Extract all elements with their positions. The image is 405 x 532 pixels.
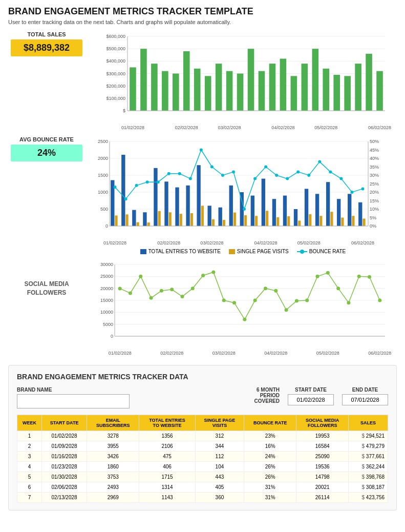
social-chart-area bbox=[89, 259, 397, 357]
table-body: 1 01/02/2028 3278 1356 312 23% 19953 $ 2… bbox=[17, 431, 388, 503]
page-subtitle: User to enter tracking data on the next … bbox=[8, 19, 397, 25]
brand-name-field: BRAND NAME bbox=[17, 387, 130, 408]
th-start-date: START DATE bbox=[41, 415, 87, 431]
table-header-row: WEEK START DATE EMAILSUBSCRIBERS TOTAL E… bbox=[17, 415, 388, 431]
table-row: 7 02/13/2028 2969 1143 360 31% 26114 $ 4… bbox=[17, 493, 388, 503]
bounce-rate-label: AVG BOUNCE RATE bbox=[19, 136, 74, 142]
bounce-chart bbox=[89, 136, 391, 247]
legend-bar-entries bbox=[140, 249, 146, 254]
legend-label-entries: TOTAL ENTRIES TO WEBSITE bbox=[148, 249, 221, 254]
th-bounce-rate: BOUNCE RATE bbox=[244, 415, 296, 431]
start-date-label: START DATE bbox=[295, 387, 327, 393]
period-label: 6 MONTH PERIOD COVERED bbox=[254, 387, 280, 404]
social-media-section: SOCIAL MEDIAFOLLOWERS bbox=[8, 259, 397, 357]
bounce-rate-section: AVG BOUNCE RATE 24% TOTAL ENTRIES TO WEB… bbox=[8, 136, 397, 254]
main-container: BRAND ENGAGEMENT METRICS TRACKER TEMPLAT… bbox=[0, 0, 405, 517]
table-row: 5 01/30/2028 3753 1715 443 26% 14798 $ 3… bbox=[17, 472, 388, 482]
period-info: 6 MONTH PERIOD COVERED START DATE 01/02/… bbox=[254, 387, 388, 405]
social-chart bbox=[89, 259, 391, 357]
bounce-chart-legend: TOTAL ENTRIES TO WEBSITE SINGLE PAGE VIS… bbox=[89, 249, 397, 254]
legend-entries: TOTAL ENTRIES TO WEBSITE bbox=[140, 249, 221, 254]
data-section: BRAND ENGAGEMENT METRICS TRACKER DATA BR… bbox=[8, 365, 397, 510]
end-date-label: END DATE bbox=[352, 387, 378, 393]
form-row: BRAND NAME 6 MONTH PERIOD COVERED START … bbox=[17, 387, 388, 408]
total-sales-section: TOTAL SALES $8,889,382 bbox=[8, 31, 397, 131]
brand-name-label: BRAND NAME bbox=[17, 387, 130, 393]
end-date-group: END DATE 07/01/2028 bbox=[342, 387, 388, 405]
data-table: WEEK START DATE EMAILSUBSCRIBERS TOTAL E… bbox=[17, 415, 388, 503]
bounce-rate-value: 24% bbox=[11, 145, 82, 161]
th-single-page: SINGLE PAGEVISITS bbox=[195, 415, 244, 431]
sales-chart bbox=[89, 31, 391, 131]
th-sales: SALES bbox=[349, 415, 388, 431]
data-section-title: BRAND ENGAGEMENT METRICS TRACKER DATA bbox=[17, 373, 388, 381]
brand-name-input[interactable] bbox=[17, 394, 130, 408]
social-media-metric: SOCIAL MEDIAFOLLOWERS bbox=[8, 259, 85, 297]
start-date-group: START DATE 01/02/2028 bbox=[288, 387, 334, 405]
legend-bar-single bbox=[229, 249, 235, 254]
legend-single: SINGLE PAGE VISITS bbox=[229, 249, 289, 254]
table-row: 1 01/02/2028 3278 1356 312 23% 19953 $ 2… bbox=[17, 431, 388, 441]
social-media-label: SOCIAL MEDIAFOLLOWERS bbox=[24, 280, 69, 297]
start-date-value: 01/02/2028 bbox=[288, 394, 334, 405]
th-email-subs: EMAILSUBSCRIBERS bbox=[87, 415, 139, 431]
bounce-chart-area: TOTAL ENTRIES TO WEBSITE SINGLE PAGE VIS… bbox=[89, 136, 397, 254]
total-sales-metric: TOTAL SALES $8,889,382 bbox=[8, 31, 85, 56]
total-sales-label: TOTAL SALES bbox=[27, 31, 66, 37]
total-sales-value: $8,889,382 bbox=[11, 39, 82, 56]
page-title: BRAND ENGAGEMENT METRICS TRACKER TEMPLAT… bbox=[8, 6, 397, 17]
legend-bounce: BOUNCE RATE bbox=[297, 249, 346, 254]
bounce-rate-metric: AVG BOUNCE RATE 24% bbox=[8, 136, 85, 161]
sales-chart-area bbox=[89, 31, 397, 131]
table-row: 2 01/09/2028 3955 2106 344 16% 16584 $ 4… bbox=[17, 441, 388, 452]
table-row: 3 01/16/2028 3426 475 112 24% 25090 $ 37… bbox=[17, 452, 388, 462]
legend-label-single: SINGLE PAGE VISITS bbox=[237, 249, 289, 254]
table-row: 6 02/06/2028 2493 1314 405 31% 20021 $ 3… bbox=[17, 482, 388, 493]
th-social-media: SOCIAL MEDIAFOLLOWERS bbox=[296, 415, 349, 431]
end-date-value: 07/01/2028 bbox=[342, 394, 388, 405]
th-total-entries: TOTAL ENTRIESTO WEBSITE bbox=[139, 415, 195, 431]
legend-label-bounce: BOUNCE RATE bbox=[309, 249, 346, 254]
th-week: WEEK bbox=[17, 415, 42, 431]
table-row: 4 01/23/2028 1860 406 104 26% 19536 $ 36… bbox=[17, 462, 388, 472]
